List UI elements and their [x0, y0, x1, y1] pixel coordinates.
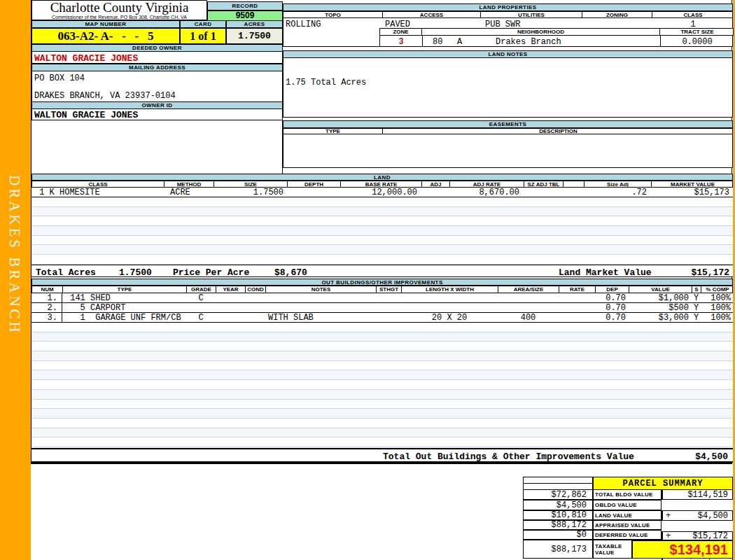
- land-empty-rows: [31, 197, 733, 265]
- ob3-comp: 100%: [701, 313, 733, 323]
- summary-label-taxable: TAXABLE VALUE: [593, 540, 632, 559]
- taxable-value-total: $134,191: [632, 540, 733, 559]
- ob3-s: Y: [692, 313, 701, 323]
- ob1-comp: 100%: [701, 293, 733, 303]
- easements-title: EASEMENTS: [283, 120, 733, 128]
- land-col-header-depth: DEPTH: [288, 181, 341, 187]
- neighborhood-vertical-label: DRAKES BRANCH: [6, 175, 23, 392]
- land-col-header-adj: ADJ: [422, 181, 450, 187]
- ob-col-header-notes: NOTES: [266, 286, 377, 293]
- ob-col-header-year: YEAR: [216, 286, 246, 293]
- summary-value-text: $4,500: [698, 511, 728, 521]
- land-size-adj-value: .72: [584, 188, 651, 197]
- land-base-rate-value: 12,000.00: [340, 188, 421, 197]
- ob1-num: 1.: [31, 293, 62, 303]
- land-properties-headers: TOPO ACCESS UTILITIES ZONING CLASS: [283, 11, 733, 18]
- left-orange-strip: DRAKES BRANCH: [0, 0, 31, 560]
- ob-col-header-rate: RATE: [559, 286, 596, 293]
- land-col-header-base-rate: BASE RATE: [341, 181, 422, 187]
- summary-prev-deferred: $0: [523, 530, 593, 540]
- ob-col-header-lxw: LENGTH X WIDTH: [402, 286, 498, 293]
- tract-size-value: 0.0000: [660, 37, 734, 47]
- ob-col-header-dep: DEP: [596, 286, 629, 293]
- price-per-acre-value: $8,670: [274, 267, 307, 278]
- outbuildings-empty-rows: [31, 323, 733, 448]
- land-notes-text: 1.75 Total Acres: [286, 78, 366, 88]
- land-market-value-label: Land Market Value: [559, 267, 652, 278]
- county-subtitle: Commissioner of the Revenue, PO Box 308,…: [32, 15, 206, 20]
- outbuildings-total-value: $4,500: [695, 451, 728, 462]
- map-number-value: 063-A2- A- - - 5: [31, 28, 180, 44]
- summary-label-land: LAND VALUE: [593, 510, 662, 520]
- ob-col-header-num: NUM: [32, 286, 63, 293]
- ob1-grade: C: [186, 293, 216, 303]
- ob1-dep: 0.70: [595, 293, 629, 303]
- ob2-value: $500: [629, 303, 692, 313]
- ob-col-header-grade: GRADE: [187, 286, 216, 293]
- ob-col-header-cond: COND: [246, 286, 266, 293]
- neighborhood-code: 80: [433, 37, 442, 47]
- land-class-value: 1 K HOMESITE: [31, 188, 164, 197]
- ob-col-header-comp: % COMP: [701, 286, 734, 293]
- easements-body: [283, 134, 733, 168]
- ob3-value: $3,000: [629, 313, 692, 323]
- parcel-summary: PARCEL SUMMARY $72,862 TOTAL BLDG VALUE …: [523, 477, 733, 559]
- price-per-acre-label: Price Per Acre: [173, 267, 249, 278]
- mailing-address-line1: PO BOX 104: [34, 74, 85, 83]
- deeded-owner-label: DEEDED OWNER: [31, 44, 283, 52]
- land-notes-box: 1.75 Total Acres: [283, 58, 733, 118]
- land-col-header-market-value: MARKET VALUE: [652, 181, 734, 187]
- zoning-col-header: ZONING: [582, 12, 652, 18]
- land-col-header-size-adj: Size Adj: [584, 181, 652, 187]
- neighborhood-name: Drakes Branch: [496, 37, 561, 47]
- outbuildings-total-label: Total Out Buildings & Other Improvements…: [383, 451, 634, 462]
- ob-col-header-area: AREA/SIZE: [498, 286, 559, 293]
- zone-divider: [422, 36, 423, 47]
- ob-col-header-value: VALUE: [629, 286, 692, 293]
- record-card-panel: Charlotte County Virginia Commissioner o…: [31, 0, 732, 464]
- land-properties-title: LAND PROPERTIES: [283, 4, 733, 11]
- summary-label-obldg: OBLDG VALUE: [593, 500, 662, 510]
- outbuildings-headers: NUM TYPE GRADE YEAR COND NOTES STHGT LEN…: [31, 286, 733, 293]
- easements-headers: TYPE DESCRIPTION: [283, 128, 733, 134]
- record-value: 9509: [207, 10, 283, 21]
- outbuildings-title: OUT BUILDINGS/OTHER IMPROVEMENTS: [31, 279, 733, 286]
- neighborhood-col-header: NEIGHBORHOOD: [422, 29, 660, 35]
- card-value: 1 of 1: [180, 28, 226, 44]
- summary-prev-taxable: $88,173: [523, 540, 593, 559]
- ob2-comp: 100%: [701, 303, 733, 313]
- land-col-header-sz-adj-tbl: SZ ADJ TBL: [524, 181, 564, 187]
- land-col-header-size: SIZE: [214, 181, 288, 187]
- county-header: Charlotte County Virginia Commissioner o…: [31, 0, 207, 20]
- land-col-header-blank: [564, 181, 584, 187]
- land-totals-row: Total Acres 1.7500 Price Per Acre $8,670…: [31, 265, 733, 277]
- tract-size-col-header: TRACT SIZE: [660, 29, 734, 35]
- land-notes-title: LAND NOTES: [283, 50, 733, 58]
- land-market-value: $15,173: [651, 188, 733, 197]
- land-size-value: 1.7500: [214, 188, 287, 197]
- record-label: RECORD: [207, 1, 283, 10]
- class-col-header: CLASS: [652, 12, 734, 18]
- card-label: CARD: [180, 20, 226, 28]
- summary-value-total-bldg: $114,519: [662, 489, 733, 500]
- land-adj-rate-value: 8,670.00: [449, 188, 524, 197]
- acres-value: 1.7500: [226, 28, 283, 44]
- summary-prev-total-bldg: $72,862: [523, 489, 593, 500]
- access-col-header: ACCESS: [383, 12, 481, 18]
- land-col-header-adj-rate: ADJ RATE: [450, 181, 524, 187]
- ob3-lxw: 20 X 20: [401, 313, 498, 323]
- ob3-dep: 0.70: [595, 313, 629, 323]
- zone-row-values: 3 80 A Drakes Branch 0.0000: [379, 36, 734, 47]
- utilities-col-header: UTILITIES: [481, 12, 582, 18]
- ob3-num: 3.: [31, 313, 62, 323]
- topo-col-header: TOPO: [284, 12, 383, 18]
- summary-label-total-bldg: TOTAL BLDG VALUE: [593, 489, 662, 500]
- land-market-value-total: $15,172: [691, 267, 729, 278]
- owner-id-value: WALTON GRACIE JONES: [31, 109, 283, 120]
- land-row: 1 K HOMESITE ACRE 1.7500 12,000.00 8,670…: [31, 188, 733, 197]
- zone-row-headers: ZONE NEIGHBORHOOD TRACT SIZE: [379, 28, 734, 36]
- easement-type-col-header: TYPE: [284, 129, 383, 134]
- property-record-page: DRAKES BRANCH Charlotte County Virginia …: [0, 0, 735, 560]
- ob2-num: 2.: [31, 303, 62, 313]
- map-number-label: MAP NUMBER: [31, 20, 180, 28]
